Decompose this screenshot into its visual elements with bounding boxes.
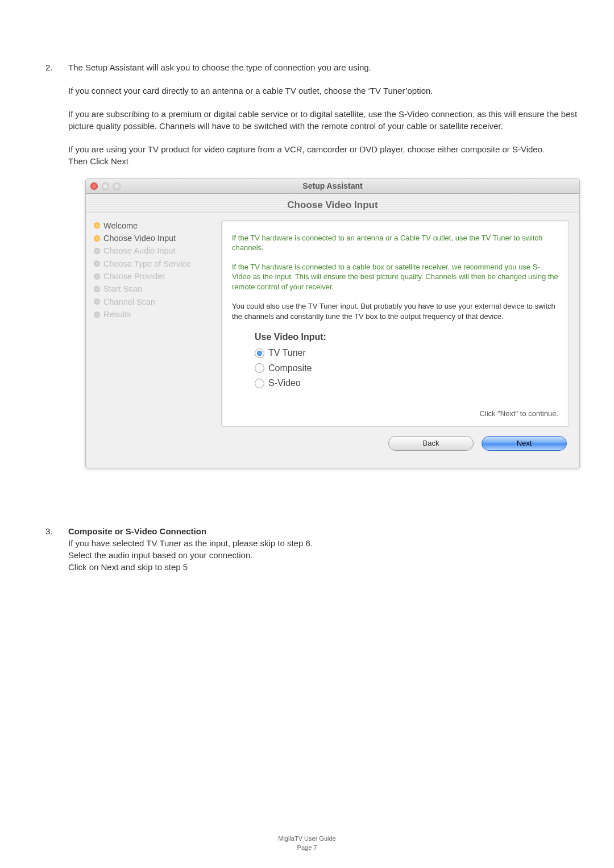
step-3-p1: If you have selected TV Tuner as the inp… — [68, 537, 569, 549]
step-3-p3: Click on Next and skip to step 5 — [68, 561, 569, 573]
step-bullet-icon — [94, 298, 100, 305]
sidebar-item-startscan: Start Scan — [103, 283, 142, 294]
minimize-icon[interactable] — [102, 182, 109, 190]
radio-label: Composite — [268, 362, 312, 375]
radio-icon — [255, 379, 264, 388]
radio-label: S-Video — [268, 377, 301, 389]
capture-text: If you are using your TV product for vid… — [68, 143, 580, 155]
premium-text: If you are subscribing to a premium or d… — [68, 108, 580, 132]
step-bullet-icon — [94, 235, 100, 242]
intro-text: The Setup Assistant will ask you to choo… — [68, 61, 580, 73]
setup-assistant-window: Setup Assistant Choose Video Input Welco… — [85, 178, 580, 468]
antenna-text: If you connect your card directly to an … — [68, 85, 580, 97]
step-sidebar: Welcome Choose Video Input Choose Audio … — [86, 219, 218, 427]
radio-tv-tuner[interactable]: TV Tuner — [255, 347, 558, 359]
panel-heading: Choose Video Input — [86, 198, 579, 212]
titlebar: Setup Assistant — [86, 179, 579, 194]
sidebar-item-service: Choose Type of Service — [103, 258, 191, 269]
sidebar-item-channelscan: Channel Scan — [103, 296, 155, 308]
inputs-header: Use Video Input: — [255, 331, 558, 343]
step-bullet-icon — [94, 222, 100, 229]
click-next-text: Then Click Next — [68, 155, 580, 167]
step-bullet-icon — [94, 273, 100, 280]
step-2-number: 2. — [45, 61, 58, 491]
step-3-p2: Select the audio input based on your con… — [68, 549, 569, 561]
well-green-1: If the TV hardware is connected to an an… — [232, 233, 558, 253]
back-button[interactable]: Back — [388, 436, 474, 451]
well-body-1: You could also use the TV Tuner input. B… — [232, 301, 558, 322]
sidebar-item-results: Results — [103, 309, 131, 320]
radio-svideo[interactable]: S-Video — [255, 377, 558, 389]
step-bullet-icon — [94, 312, 100, 318]
sidebar-item-provider: Choose Provider — [103, 271, 165, 282]
continue-hint: Click "Next" to continue. — [232, 409, 558, 419]
content-well: If the TV hardware is connected to an an… — [221, 220, 569, 427]
window-title: Setup Assistant — [86, 181, 579, 192]
sidebar-item-audio: Choose Audio Input — [103, 245, 176, 256]
radio-icon — [255, 363, 264, 373]
close-icon[interactable] — [90, 182, 98, 190]
zoom-icon[interactable] — [113, 182, 121, 190]
sidebar-item-video: Choose Video Input — [103, 232, 176, 244]
step-3-number: 3. — [45, 525, 58, 573]
step-bullet-icon — [94, 248, 100, 254]
radio-label: TV Tuner — [268, 347, 306, 359]
radio-icon — [255, 348, 264, 358]
sidebar-item-welcome: Welcome — [103, 220, 138, 231]
step-bullet-icon — [94, 260, 100, 267]
step-3-title: Composite or S-Video Connection — [68, 525, 569, 537]
well-green-2: If the TV hardware is connected to a cab… — [232, 262, 558, 292]
next-button[interactable]: Next — [482, 436, 567, 451]
step-bullet-icon — [94, 286, 100, 292]
radio-composite[interactable]: Composite — [255, 362, 558, 375]
